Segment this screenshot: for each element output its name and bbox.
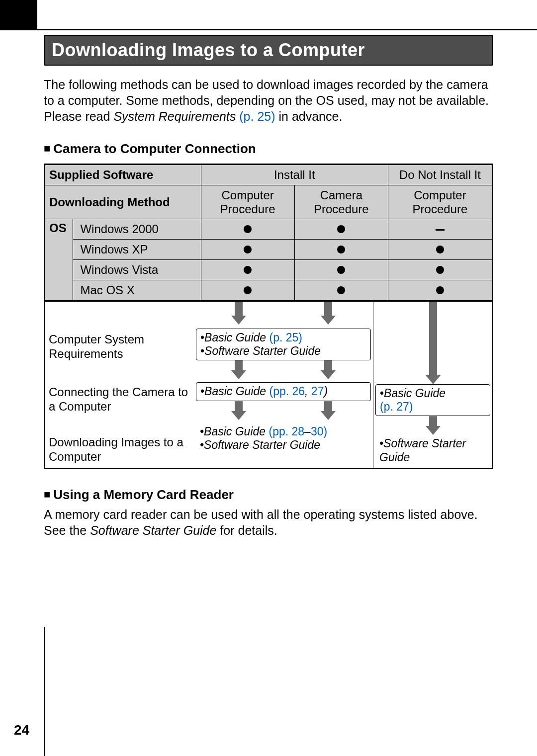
flow-right-column: •Basic Guide(p. 27) •Software Starter Gu…	[373, 302, 492, 468]
top-rule	[0, 29, 537, 30]
os-0: Windows 2000	[73, 219, 201, 240]
content-area: Downloading Images to a Computer The fol…	[44, 33, 493, 538]
corner-tab	[0, 0, 37, 29]
arrow-down-icon	[426, 416, 441, 435]
cell-3-1	[294, 280, 388, 301]
ref-box-connect: •Basic Guide (pp. 26, 27)	[196, 382, 371, 401]
cell-2-2	[388, 260, 492, 280]
dot-icon	[337, 246, 345, 253]
ref-box-connect-right: •Basic Guide(p. 27)	[375, 384, 490, 416]
arrow-down-icon	[231, 401, 246, 420]
dot-icon	[244, 286, 252, 294]
dot-icon	[244, 246, 252, 253]
arrow-down-icon	[231, 360, 246, 379]
dot-icon	[436, 286, 444, 294]
flow-middle-column: •Basic Guide (p. 25) •Software Starter G…	[194, 302, 373, 468]
hdr-computer-procedure-1: Computer Procedure	[201, 185, 294, 219]
hdr-computer-procedure-2: Computer Procedure	[388, 185, 492, 219]
page-title: Downloading Images to a Computer	[52, 40, 365, 60]
ref-download-mid: •Basic Guide (pp. 28–30) •Software Start…	[196, 423, 371, 454]
dot-icon	[436, 246, 444, 253]
dot-icon	[436, 266, 444, 274]
link-p25[interactable]: (p. 25)	[269, 331, 302, 344]
hdr-downloading-method: Downloading Method	[45, 185, 201, 219]
link-p27[interactable]: 27	[311, 385, 324, 398]
cell-2-1	[294, 260, 388, 280]
flow-labels-column: Computer System Requirements Connecting …	[45, 302, 194, 468]
hdr-supplied-software: Supplied Software	[45, 165, 201, 185]
intro-text-2: in advance.	[275, 109, 343, 123]
flow-label-0: Computer System Requirements	[49, 333, 190, 361]
cell-1-0	[201, 240, 294, 260]
section1-title: Camera to Computer Connection	[53, 141, 256, 156]
os-label-cell: OS	[45, 219, 73, 301]
section-head-connection: ■Camera to Computer Connection	[44, 141, 493, 157]
cell-1-1	[294, 240, 388, 260]
link-pp28[interactable]: (pp. 28	[268, 425, 304, 438]
cell-3-2	[388, 280, 492, 301]
hdr-do-not-install: Do Not Install It	[388, 165, 492, 185]
arrow-down-icon	[321, 360, 336, 379]
intro-italic: System Requirements	[113, 109, 236, 123]
footer-vertical-rule	[44, 627, 45, 756]
hdr-camera-procedure: Camera Procedure	[294, 185, 388, 219]
cell-2-0	[201, 260, 294, 280]
arrow-down-icon	[321, 302, 336, 325]
os-3: Mac OS X	[73, 280, 201, 301]
arrow-down-icon	[321, 401, 336, 420]
square-bullet-icon: ■	[44, 488, 50, 501]
arrow-down-icon	[231, 302, 246, 325]
dot-icon	[337, 286, 345, 294]
cell-0-2	[388, 219, 492, 240]
flow-label-1: Connecting the Camera to a Computer	[49, 385, 190, 414]
hdr-install-it: Install It	[201, 165, 388, 185]
ref-download-right: •Software Starter Guide	[375, 435, 490, 466]
section-head-cardreader: ■Using a Memory Card Reader	[44, 487, 493, 503]
ref-box-sysreq: •Basic Guide (p. 25) •Software Starter G…	[196, 329, 371, 360]
connection-table-grid: Supplied Software Install It Do Not Inst…	[45, 165, 492, 301]
link-p30[interactable]: 30)	[311, 425, 327, 438]
cell-1-2	[388, 240, 492, 260]
para2-italic: Software Starter Guide	[90, 523, 216, 537]
connection-table: Supplied Software Install It Do Not Inst…	[44, 164, 493, 302]
dot-icon	[337, 266, 345, 274]
cardreader-paragraph: A memory card reader can be used with al…	[44, 506, 493, 538]
arrow-down-icon	[426, 302, 441, 384]
intro-link-p25[interactable]: (p. 25)	[239, 109, 275, 123]
cell-3-0	[201, 280, 294, 301]
cell-0-1	[294, 219, 388, 240]
dot-icon	[337, 225, 345, 233]
dash-icon	[436, 229, 445, 231]
os-2: Windows Vista	[73, 260, 201, 280]
cell-0-0	[201, 219, 294, 240]
page: Downloading Images to a Computer The fol…	[0, 0, 537, 756]
dot-icon	[244, 225, 252, 233]
flow-diagram: Computer System Requirements Connecting …	[44, 302, 493, 469]
intro-paragraph: The following methods can be used to dow…	[44, 77, 493, 124]
section2-title: Using a Memory Card Reader	[53, 487, 234, 502]
flow-label-2: Downloading Images to a Computer	[49, 435, 190, 464]
page-number: 24	[14, 722, 29, 738]
link-p27-right[interactable]: (p. 27)	[380, 400, 413, 413]
dot-icon	[244, 266, 252, 274]
square-bullet-icon: ■	[44, 142, 50, 155]
os-1: Windows XP	[73, 240, 201, 260]
para2-text-2: for details.	[216, 523, 277, 537]
title-bar: Downloading Images to a Computer	[44, 35, 493, 66]
link-pp26[interactable]: (pp. 26	[269, 385, 305, 398]
